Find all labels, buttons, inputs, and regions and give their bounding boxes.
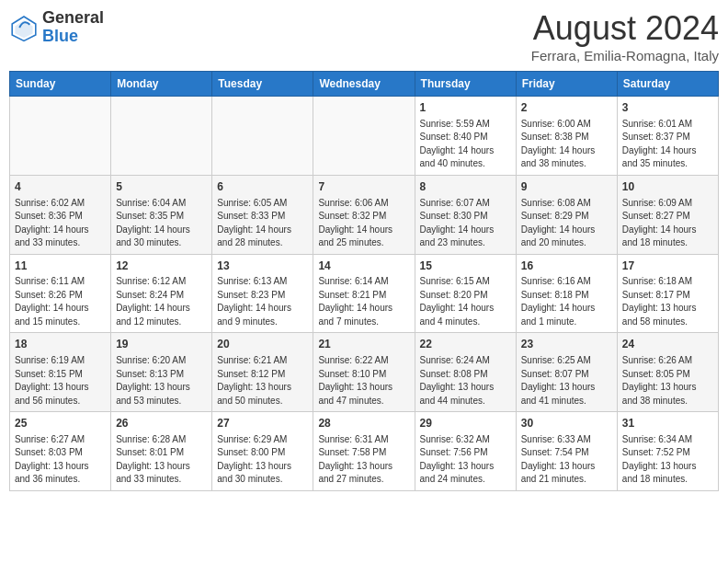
calendar-cell: 22Sunrise: 6:24 AM Sunset: 8:08 PM Dayli… [415,333,516,412]
day-number: 27 [217,416,308,431]
calendar-table: SundayMondayTuesdayWednesdayThursdayFrid… [9,71,719,491]
month-title: August 2024 [531,9,719,48]
calendar-cell: 13Sunrise: 6:13 AM Sunset: 8:23 PM Dayli… [212,254,313,333]
calendar-cell: 15Sunrise: 6:15 AM Sunset: 8:20 PM Dayli… [415,254,516,333]
day-number: 1 [420,100,511,116]
calendar-cell [212,97,313,176]
day-number: 9 [521,179,612,195]
calendar-week-row: 1Sunrise: 5:59 AM Sunset: 8:40 PM Daylig… [10,97,719,176]
day-info: Sunrise: 6:29 AM Sunset: 8:00 PM Dayligh… [217,433,308,487]
day-number: 12 [116,259,207,274]
calendar-cell: 20Sunrise: 6:21 AM Sunset: 8:12 PM Dayli… [212,333,313,412]
calendar-cell: 4Sunrise: 6:02 AM Sunset: 8:36 PM Daylig… [10,175,111,254]
calendar-week-row: 18Sunrise: 6:19 AM Sunset: 8:15 PM Dayli… [10,333,719,412]
calendar-cell [111,97,212,176]
day-number: 15 [420,259,511,274]
calendar-cell: 5Sunrise: 6:04 AM Sunset: 8:35 PM Daylig… [111,175,212,254]
calendar-cell: 10Sunrise: 6:09 AM Sunset: 8:27 PM Dayli… [617,175,718,254]
calendar-cell: 19Sunrise: 6:20 AM Sunset: 8:13 PM Dayli… [111,333,212,412]
day-number: 5 [116,179,207,195]
day-number: 31 [622,416,713,431]
day-info: Sunrise: 6:09 AM Sunset: 8:27 PM Dayligh… [622,197,713,250]
logo-blue: Blue [42,27,78,45]
location: Ferrara, Emilia-Romagna, Italy [531,48,719,63]
calendar-week-row: 11Sunrise: 6:11 AM Sunset: 8:26 PM Dayli… [10,254,719,333]
calendar-cell: 9Sunrise: 6:08 AM Sunset: 8:29 PM Daylig… [516,175,617,254]
day-number: 20 [217,337,308,352]
calendar-cell [313,97,415,176]
day-info: Sunrise: 6:19 AM Sunset: 8:15 PM Dayligh… [15,354,106,408]
day-number: 29 [420,416,511,431]
calendar-cell: 2Sunrise: 6:00 AM Sunset: 8:38 PM Daylig… [516,97,617,176]
day-info: Sunrise: 6:31 AM Sunset: 7:58 PM Dayligh… [318,433,409,487]
day-info: Sunrise: 6:15 AM Sunset: 8:20 PM Dayligh… [420,275,511,328]
day-info: Sunrise: 6:02 AM Sunset: 8:36 PM Dayligh… [15,197,106,250]
weekday-header: Sunday [10,72,111,97]
calendar-cell: 11Sunrise: 6:11 AM Sunset: 8:26 PM Dayli… [10,254,111,333]
day-info: Sunrise: 6:00 AM Sunset: 8:38 PM Dayligh… [521,118,612,171]
calendar-cell: 31Sunrise: 6:34 AM Sunset: 7:52 PM Dayli… [617,412,718,491]
day-info: Sunrise: 6:21 AM Sunset: 8:12 PM Dayligh… [217,354,308,408]
day-info: Sunrise: 6:27 AM Sunset: 8:03 PM Dayligh… [15,433,106,487]
calendar-cell: 8Sunrise: 6:07 AM Sunset: 8:30 PM Daylig… [415,175,516,254]
calendar-cell: 6Sunrise: 6:05 AM Sunset: 8:33 PM Daylig… [212,175,313,254]
calendar-cell: 3Sunrise: 6:01 AM Sunset: 8:37 PM Daylig… [617,97,718,176]
weekday-header: Friday [516,72,617,97]
day-info: Sunrise: 5:59 AM Sunset: 8:40 PM Dayligh… [420,118,511,171]
day-info: Sunrise: 6:01 AM Sunset: 8:37 PM Dayligh… [622,118,713,171]
day-info: Sunrise: 6:33 AM Sunset: 7:54 PM Dayligh… [521,433,612,487]
day-info: Sunrise: 6:28 AM Sunset: 8:01 PM Dayligh… [116,433,207,487]
day-number: 6 [217,179,308,195]
day-info: Sunrise: 6:07 AM Sunset: 8:30 PM Dayligh… [420,197,511,250]
day-number: 13 [217,259,308,274]
title-block: August 2024 Ferrara, Emilia-Romagna, Ita… [531,9,719,63]
day-info: Sunrise: 6:12 AM Sunset: 8:24 PM Dayligh… [116,275,207,328]
day-number: 26 [116,416,207,431]
day-info: Sunrise: 6:14 AM Sunset: 8:21 PM Dayligh… [318,275,409,328]
day-info: Sunrise: 6:22 AM Sunset: 8:10 PM Dayligh… [318,354,409,408]
calendar-cell: 1Sunrise: 5:59 AM Sunset: 8:40 PM Daylig… [415,97,516,176]
calendar-cell: 21Sunrise: 6:22 AM Sunset: 8:10 PM Dayli… [313,333,415,412]
day-info: Sunrise: 6:26 AM Sunset: 8:05 PM Dayligh… [622,354,713,408]
day-number: 19 [116,337,207,352]
day-number: 8 [420,179,511,195]
day-number: 21 [318,337,409,352]
day-number: 14 [318,259,409,274]
logo-icon [9,13,39,42]
day-number: 30 [521,416,612,431]
calendar-cell: 24Sunrise: 6:26 AM Sunset: 8:05 PM Dayli… [617,333,718,412]
day-info: Sunrise: 6:24 AM Sunset: 8:08 PM Dayligh… [420,354,511,408]
day-number: 24 [622,337,713,352]
calendar-cell: 12Sunrise: 6:12 AM Sunset: 8:24 PM Dayli… [111,254,212,333]
calendar-cell: 14Sunrise: 6:14 AM Sunset: 8:21 PM Dayli… [313,254,415,333]
weekday-header-row: SundayMondayTuesdayWednesdayThursdayFrid… [10,72,719,97]
day-number: 11 [15,259,106,274]
day-number: 28 [318,416,409,431]
weekday-header: Saturday [617,72,718,97]
calendar-cell: 28Sunrise: 6:31 AM Sunset: 7:58 PM Dayli… [313,412,415,491]
page-header: General Blue August 2024 Ferrara, Emilia… [9,9,719,63]
calendar-week-row: 25Sunrise: 6:27 AM Sunset: 8:03 PM Dayli… [10,412,719,491]
day-number: 25 [15,416,106,431]
day-number: 18 [15,337,106,352]
day-number: 7 [318,179,409,195]
calendar-cell: 29Sunrise: 6:32 AM Sunset: 7:56 PM Dayli… [415,412,516,491]
calendar-cell: 17Sunrise: 6:18 AM Sunset: 8:17 PM Dayli… [617,254,718,333]
day-info: Sunrise: 6:25 AM Sunset: 8:07 PM Dayligh… [521,354,612,408]
calendar-cell: 27Sunrise: 6:29 AM Sunset: 8:00 PM Dayli… [212,412,313,491]
calendar-cell: 16Sunrise: 6:16 AM Sunset: 8:18 PM Dayli… [516,254,617,333]
day-info: Sunrise: 6:05 AM Sunset: 8:33 PM Dayligh… [217,197,308,250]
day-info: Sunrise: 6:04 AM Sunset: 8:35 PM Dayligh… [116,197,207,250]
day-number: 23 [521,337,612,352]
logo-general: General [42,8,104,27]
weekday-header: Wednesday [313,72,415,97]
day-info: Sunrise: 6:20 AM Sunset: 8:13 PM Dayligh… [116,354,207,408]
calendar-cell: 30Sunrise: 6:33 AM Sunset: 7:54 PM Dayli… [516,412,617,491]
day-number: 16 [521,259,612,274]
day-info: Sunrise: 6:34 AM Sunset: 7:52 PM Dayligh… [622,433,713,487]
calendar-cell: 25Sunrise: 6:27 AM Sunset: 8:03 PM Dayli… [10,412,111,491]
calendar-cell: 23Sunrise: 6:25 AM Sunset: 8:07 PM Dayli… [516,333,617,412]
day-info: Sunrise: 6:06 AM Sunset: 8:32 PM Dayligh… [318,197,409,250]
day-info: Sunrise: 6:32 AM Sunset: 7:56 PM Dayligh… [420,433,511,487]
day-info: Sunrise: 6:08 AM Sunset: 8:29 PM Dayligh… [521,197,612,250]
